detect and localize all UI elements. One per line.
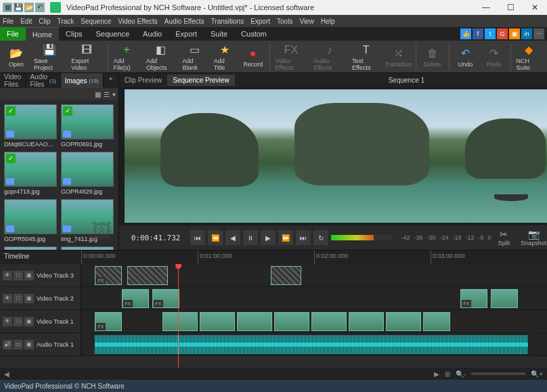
track-fx-icon[interactable]: □ <box>14 317 23 326</box>
track-fx-icon[interactable]: ▣ <box>24 340 34 349</box>
menu-track[interactable]: Track <box>58 18 74 25</box>
audio-clip[interactable] <box>95 335 528 354</box>
like-icon[interactable]: 👍 <box>460 28 471 39</box>
menu-sequence[interactable]: Sequence <box>81 18 111 25</box>
fx-badge-icon[interactable]: FX <box>154 300 163 307</box>
menu-view[interactable]: View <box>299 18 314 25</box>
tab-clips[interactable]: Clips <box>59 27 89 41</box>
media-thumb[interactable] <box>4 246 57 250</box>
play-pause-button[interactable]: ⏸ <box>243 230 258 245</box>
tab-sequence[interactable]: Sequence <box>89 27 137 41</box>
video-effects-button[interactable]: FXVideo Effects <box>273 41 310 72</box>
timeline-clip[interactable]: FX <box>152 289 179 308</box>
loop-button[interactable]: ↻ <box>313 230 328 245</box>
split-button[interactable]: ✂Split <box>494 227 515 248</box>
scroll-right-icon[interactable]: ▶ <box>434 370 439 378</box>
timeline-ruler[interactable]: Timeline 0:00:00.000 0:01:00.000 0:02:00… <box>0 251 547 264</box>
timeline-clip[interactable] <box>423 312 450 331</box>
qa-open-icon[interactable]: 📂 <box>24 3 34 12</box>
timeline-clip[interactable]: FX <box>95 312 122 331</box>
timeline-clip[interactable]: FX <box>460 289 487 308</box>
twitter-icon[interactable]: t <box>485 28 496 39</box>
linkedin-icon[interactable]: in <box>521 28 532 39</box>
view-list-icon[interactable]: ☰ <box>104 91 110 98</box>
close-button[interactable]: ✕ <box>523 0 547 15</box>
menu-file[interactable]: File <box>3 18 14 25</box>
tab-export[interactable]: Export <box>169 27 204 41</box>
add-blank-button[interactable]: ▭Add Blank <box>179 41 209 72</box>
timeline-clip[interactable] <box>271 266 301 285</box>
track-body[interactable]: FX <box>81 264 547 286</box>
tab-video-files[interactable]: Video Files <box>0 73 26 88</box>
timeline-clip[interactable]: FX <box>122 289 149 308</box>
timeline-clip[interactable] <box>349 312 384 331</box>
qa-icon[interactable]: ▦ <box>3 3 12 12</box>
track-body[interactable]: FX <box>81 310 547 332</box>
rss-icon[interactable]: ▣ <box>509 28 520 39</box>
zoom-slider[interactable] <box>471 372 525 375</box>
open-button[interactable]: 📂Open <box>3 45 30 69</box>
timeline-clip[interactable] <box>311 312 347 331</box>
zoom-out-icon[interactable]: 🔍- <box>456 370 466 378</box>
tab-home[interactable]: Home <box>26 27 59 41</box>
fx-badge-icon[interactable]: FX <box>96 277 106 284</box>
media-thumb[interactable]: GOPR5045.jpg <box>4 199 57 242</box>
timeline-clip[interactable]: FX <box>95 266 122 285</box>
goto-end-button[interactable]: ⏭ <box>296 230 311 245</box>
menu-clip[interactable]: Clip <box>39 18 50 25</box>
prev-frame-button[interactable]: ⏪ <box>208 230 223 245</box>
zoom-fit-icon[interactable]: ⊞ <box>445 370 450 378</box>
scroll-left-icon[interactable]: ◀ <box>4 370 9 378</box>
tab-custom[interactable]: Custom <box>234 27 274 41</box>
timeline-clip[interactable] <box>237 312 272 331</box>
track-body[interactable] <box>81 333 547 355</box>
menu-transitions[interactable]: Transitions <box>211 18 244 25</box>
media-thumb[interactable]: ✓gopr4718.jpg <box>4 152 57 195</box>
step-fwd-button[interactable]: ▶ <box>261 230 276 245</box>
view-thumb-icon[interactable]: ▦ <box>95 91 101 98</box>
tab-audio[interactable]: Audio <box>136 27 169 41</box>
fx-badge-icon[interactable]: FX <box>96 323 106 330</box>
track-fx-icon[interactable]: □ <box>14 294 23 303</box>
tab-clip-preview[interactable]: Clip Preview <box>119 74 168 86</box>
timeline-clip[interactable] <box>127 266 168 285</box>
menu-afx[interactable]: Audio Effects <box>165 18 204 25</box>
google-icon[interactable]: G <box>497 28 508 39</box>
track-body[interactable]: FX FX FX <box>81 287 547 309</box>
media-thumb[interactable] <box>61 246 114 250</box>
goto-start-button[interactable]: ⏮ <box>190 230 205 245</box>
export-video-button[interactable]: 🎞Export Video <box>68 41 104 72</box>
more-icon[interactable]: ⋯ <box>533 28 544 39</box>
text-effects-button[interactable]: TText Effects <box>349 41 382 72</box>
tab-suite[interactable]: Suite <box>204 27 234 41</box>
zoom-in-icon[interactable]: 🔍+ <box>531 370 543 378</box>
delete-button[interactable]: 🗑Delete <box>419 45 446 69</box>
add-tab-button[interactable]: + <box>104 73 118 88</box>
preview-viewport[interactable] <box>125 89 547 223</box>
menu-export[interactable]: Export <box>250 18 270 25</box>
media-thumb[interactable]: ✓DMqt6CUEAAO2ET.jpg <box>4 104 57 148</box>
tab-file[interactable]: File <box>0 27 26 41</box>
tab-audio-files[interactable]: Audio Files(1) <box>26 73 60 88</box>
nch-suite-button[interactable]: ◆NCH Suite <box>513 41 544 72</box>
transition-button[interactable]: ⤭Transition <box>384 45 413 69</box>
menu-tools[interactable]: Tools <box>277 18 292 25</box>
menu-edit[interactable]: Edit <box>20 18 32 25</box>
record-button[interactable]: ●Record <box>240 45 267 69</box>
track-fx-icon[interactable]: □ <box>14 271 23 280</box>
track-solo-icon[interactable]: ▭ <box>14 340 23 349</box>
tab-images[interactable]: Images(18) <box>61 73 104 88</box>
redo-button[interactable]: ↷Redo <box>481 45 508 69</box>
playhead[interactable] <box>178 264 179 368</box>
track-mute-icon[interactable]: 🔊 <box>3 340 12 349</box>
fx-badge-icon[interactable]: FX <box>462 300 471 307</box>
timeline-clip[interactable] <box>274 312 309 331</box>
view-menu-icon[interactable]: ▾ <box>112 91 116 98</box>
save-project-button[interactable]: 💾Save Project <box>31 41 67 72</box>
menu-vfx[interactable]: Video Effects <box>118 18 158 25</box>
add-title-button[interactable]: ★Add Title <box>211 41 238 72</box>
qa-save-icon[interactable]: 💾 <box>14 3 23 12</box>
add-file-button[interactable]: ＋Add File(s) <box>111 41 143 72</box>
track-mute-icon[interactable]: 👁 <box>3 317 12 326</box>
qa-undo-icon[interactable]: ↶ <box>35 3 45 12</box>
